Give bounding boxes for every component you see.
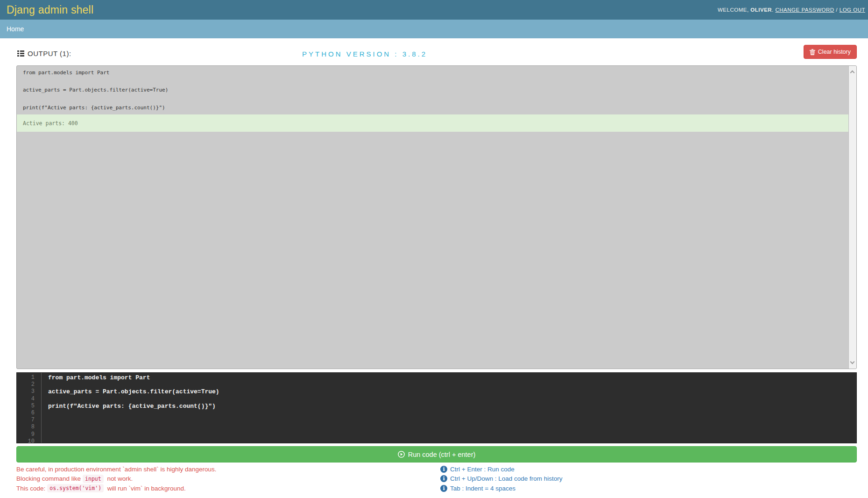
python-version-label: PYTHON VERSION : 3.8.2 bbox=[302, 50, 427, 58]
header-bar: Djang admin shell WELCOME, OLIVER. CHANG… bbox=[0, 0, 868, 20]
shortcut-hint: i Ctrl + Up/Down : Load code from histor… bbox=[440, 474, 857, 484]
shortcut-hint: i Ctrl + Enter : Run code bbox=[440, 464, 857, 474]
editor-code-line[interactable] bbox=[48, 431, 856, 438]
output-code-line: from part.models import Part bbox=[17, 69, 856, 78]
clear-history-button[interactable]: Clear history bbox=[804, 45, 857, 59]
output-code-line bbox=[17, 78, 856, 86]
output-scrollbar[interactable] bbox=[848, 66, 856, 369]
output-code-line: active_parts = Part.objects.filter(activ… bbox=[17, 86, 856, 95]
editor-code-line[interactable] bbox=[48, 381, 856, 388]
clear-history-label: Clear history bbox=[818, 49, 851, 55]
line-number: 8 bbox=[17, 424, 35, 431]
inline-code: input bbox=[83, 475, 104, 483]
info-icon: i bbox=[440, 485, 447, 492]
change-password-link[interactable]: CHANGE PASSWORD bbox=[776, 7, 834, 13]
warning-note-text: This code: bbox=[16, 485, 45, 492]
line-number: 5 bbox=[17, 403, 35, 410]
shortcut-label: Ctrl + Up/Down : Load code from history bbox=[450, 475, 562, 482]
shortcut-hints: i Ctrl + Enter : Run code i Ctrl + Up/Do… bbox=[440, 464, 857, 493]
line-number: 1 bbox=[17, 374, 35, 381]
execution-result-text: Active parts: 400 bbox=[23, 120, 78, 127]
run-code-button[interactable]: Run code (ctrl + enter) bbox=[16, 446, 857, 462]
trash-icon bbox=[810, 49, 815, 55]
link-separator: / bbox=[834, 7, 840, 13]
editor-code-line[interactable]: active_parts = Part.objects.filter(activ… bbox=[48, 388, 856, 395]
shortcut-hint: i Tab : Indent = 4 spaces bbox=[440, 484, 857, 493]
warning-note-text: will run `vim` in background. bbox=[106, 485, 186, 492]
username: OLIVER bbox=[750, 7, 772, 13]
scroll-down-icon[interactable] bbox=[851, 360, 854, 364]
warning-note-text: not work. bbox=[106, 475, 133, 482]
line-number: 2 bbox=[17, 381, 35, 388]
line-number: 3 bbox=[17, 388, 35, 395]
line-number: 6 bbox=[17, 410, 35, 417]
editor-code-line[interactable]: from part.models import Part bbox=[48, 374, 856, 381]
welcome-text: WELCOME, bbox=[718, 7, 750, 13]
editor-code-line[interactable] bbox=[48, 410, 856, 417]
code-input-area[interactable]: from part.models import Part active_part… bbox=[42, 373, 856, 443]
shortcut-label: Ctrl + Enter : Run code bbox=[450, 466, 515, 473]
warning-note: Be careful, in production environment `a… bbox=[16, 464, 440, 474]
output-code-line: print(f"Active parts: {active_parts.coun… bbox=[17, 104, 856, 113]
log-out-link[interactable]: LOG OUT bbox=[840, 7, 865, 13]
inline-code: os.system('vim') bbox=[47, 484, 104, 492]
warning-note-text: Be careful, in production environment `a… bbox=[16, 466, 216, 473]
output-heading: OUTPUT (1): bbox=[17, 50, 71, 57]
breadcrumb-home-link[interactable]: Home bbox=[7, 25, 24, 33]
shortcut-label: Tab : Indent = 4 spaces bbox=[450, 485, 515, 492]
warning-note: This code:os.system('vim') will run `vim… bbox=[16, 484, 440, 493]
line-number: 10 bbox=[17, 438, 35, 443]
breadcrumb: Home bbox=[0, 20, 868, 38]
output-heading-label: OUTPUT (1): bbox=[28, 50, 71, 57]
list-icon bbox=[17, 50, 24, 57]
page-title: Djang admin shell bbox=[7, 4, 93, 16]
warning-notes: Be careful, in production environment `a… bbox=[16, 464, 440, 493]
output-panel: from part.models import Part active_part… bbox=[16, 65, 857, 369]
code-editor: 1 2 3 4 5 6 7 8 9 10 from part.models im… bbox=[16, 372, 857, 443]
editor-code-line[interactable]: print(f"Active parts: {active_parts.coun… bbox=[48, 403, 856, 410]
editor-code-line[interactable] bbox=[48, 438, 856, 443]
run-code-label: Run code (ctrl + enter) bbox=[408, 451, 476, 458]
editor-code-line[interactable] bbox=[48, 417, 856, 424]
main-content: OUTPUT (1): PYTHON VERSION : 3.8.2 Clear… bbox=[16, 44, 857, 493]
info-icon: i bbox=[440, 466, 447, 473]
output-header-row: OUTPUT (1): PYTHON VERSION : 3.8.2 Clear… bbox=[16, 44, 857, 65]
editor-code-line[interactable] bbox=[48, 424, 856, 431]
line-number: 7 bbox=[17, 417, 35, 424]
warning-note-text: Blocking command like bbox=[16, 475, 81, 482]
editor-line-numbers: 1 2 3 4 5 6 7 8 9 10 bbox=[17, 373, 42, 443]
warning-note: Blocking command likeinput not work. bbox=[16, 474, 440, 484]
welcome-period: . bbox=[772, 7, 775, 13]
output-history-entry: from part.models import Part active_part… bbox=[17, 66, 856, 132]
output-code-line bbox=[17, 95, 856, 104]
execution-result: Active parts: 400 bbox=[17, 114, 856, 132]
info-icon: i bbox=[440, 475, 447, 482]
footer: Be careful, in production environment `a… bbox=[16, 464, 857, 493]
scroll-up-icon[interactable] bbox=[851, 70, 854, 73]
line-number: 4 bbox=[17, 396, 35, 403]
user-tools: WELCOME, OLIVER. CHANGE PASSWORD / LOG O… bbox=[718, 7, 865, 13]
editor-code-line[interactable] bbox=[48, 396, 856, 403]
play-circle-icon bbox=[398, 451, 405, 458]
line-number: 9 bbox=[17, 431, 35, 438]
